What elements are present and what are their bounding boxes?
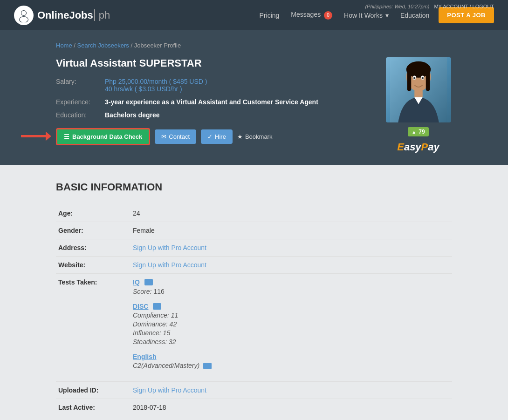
disc-dominance: Dominance: 42 xyxy=(133,320,450,328)
salary-php: Php 25,000.00/month ( $485 USD ) xyxy=(105,78,207,85)
salary-label: Salary: xyxy=(56,78,100,93)
disc-test-item: DISC Compliance: 11 Dominance: 42 Influe… xyxy=(133,303,450,345)
website-link[interactable]: Sign Up with Pro Account xyxy=(133,261,206,269)
english-test-name[interactable]: English xyxy=(133,353,450,360)
red-arrow xyxy=(19,129,51,144)
action-buttons: ☰ Background Data Check ✉ Contact ✓ Hire… xyxy=(56,128,366,145)
disc-influence: Influence: 15 xyxy=(133,329,450,337)
score-badge: ▲ 79 xyxy=(408,127,428,136)
profile-section: Home / Search Jobseekers / Jobseeker Pro… xyxy=(0,30,508,165)
uploaded-id-value: Sign Up with Pro Account xyxy=(130,382,452,399)
hire-icon: ✓ xyxy=(207,133,213,140)
svg-point-13 xyxy=(413,77,415,79)
hire-button[interactable]: ✓ Hire xyxy=(201,129,233,144)
breadcrumb-search[interactable]: Search Jobseekers xyxy=(77,42,129,49)
tests-row: Tests Taken: IQ Score: 116 DISC xyxy=(56,274,452,382)
nav-pricing[interactable]: Pricing xyxy=(260,12,280,19)
uploaded-id-row: Uploaded ID: Sign Up with Pro Account xyxy=(56,382,452,399)
uploaded-id-link[interactable]: Sign Up with Pro Account xyxy=(133,386,206,394)
address-link[interactable]: Sign Up with Pro Account xyxy=(133,244,206,251)
svg-rect-10 xyxy=(426,69,430,91)
logo-text: OnlineJobsph xyxy=(37,9,110,21)
nav-how-it-works[interactable]: How It Works ▾ xyxy=(344,12,389,19)
age-value: 24 xyxy=(130,205,452,222)
uploaded-id-label: Uploaded ID: xyxy=(56,382,130,399)
member-since-row: Member Since: 2015-04-10 xyxy=(56,416,452,420)
logo-icon xyxy=(14,6,34,25)
age-row: Age: 24 xyxy=(56,205,452,222)
iq-test-name[interactable]: IQ xyxy=(133,278,450,286)
english-image-icon[interactable] xyxy=(203,363,212,369)
background-check-icon: ☰ xyxy=(64,133,69,140)
score-area: ▲ 79 xyxy=(408,127,428,136)
gender-label: Gender: xyxy=(56,222,130,239)
website-row: Website: Sign Up with Pro Account xyxy=(56,257,452,274)
website-label: Website: xyxy=(56,257,130,274)
profile-content: Virtual Assistant SUPERSTAR Salary: Php … xyxy=(56,57,452,153)
gender-value: Female xyxy=(130,222,452,239)
header-nav-area: Pricing Messages 0 How It Works ▾ Educat… xyxy=(260,7,494,23)
gender-row: Gender: Female xyxy=(56,222,452,239)
tests-label: Tests Taken: xyxy=(56,274,130,382)
address-value: Sign Up with Pro Account xyxy=(130,239,452,257)
disc-steadiness: Steadiness: 32 xyxy=(133,338,450,345)
profile-right: ▲ 79 EasyPay xyxy=(384,57,452,153)
basic-info-title: BASIC INFORMATION xyxy=(56,181,452,193)
iq-score-line: Score: 116 xyxy=(133,288,450,295)
nav-messages[interactable]: Messages 0 xyxy=(291,11,332,20)
header-top-row: (Philippines: Wed, 10:27pm) MY ACCOUNT /… xyxy=(365,4,494,9)
svg-marker-5 xyxy=(46,131,51,141)
header-time: (Philippines: Wed, 10:27pm) xyxy=(365,4,429,9)
last-active-value: 2018-07-18 xyxy=(130,399,452,416)
profile-title: Virtual Assistant SUPERSTAR xyxy=(56,57,366,69)
salary-value: Php 25,000.00/month ( $485 USD ) 40 hrs/… xyxy=(105,78,207,93)
logo-area: OnlineJobsph xyxy=(14,6,110,25)
svg-point-2 xyxy=(21,11,26,15)
last-active-row: Last Active: 2018-07-18 xyxy=(56,399,452,416)
star-icon: ★ xyxy=(237,133,243,140)
breadcrumb-current: Jobseeker Profile xyxy=(134,42,181,49)
member-since-value: 2015-04-10 xyxy=(130,416,452,420)
messages-badge: 0 xyxy=(324,11,332,20)
iq-image-icon[interactable] xyxy=(144,279,153,285)
salary-field: Salary: Php 25,000.00/month ( $485 USD )… xyxy=(56,78,366,93)
disc-compliance: Compliance: 11 xyxy=(133,312,450,319)
experience-field: Experience: 3-year experience as a Virtu… xyxy=(56,98,366,106)
main-content: BASIC INFORMATION Age: 24 Gender: Female… xyxy=(0,165,508,420)
account-logout-link[interactable]: MY ACCOUNT / LOGOUT xyxy=(434,4,494,9)
svg-point-3 xyxy=(20,17,28,22)
education-label: Education: xyxy=(56,111,100,119)
nav-education[interactable]: Education xyxy=(400,12,429,19)
english-test-item: English C2(Advanced/Mastery) xyxy=(133,353,450,369)
address-label: Address: xyxy=(56,239,130,257)
member-since-label: Member Since: xyxy=(56,416,130,420)
salary-rate: 40 hrs/wk ( $3.03 USD/hr ) xyxy=(105,85,207,93)
education-value: Bachelors degree xyxy=(105,111,160,119)
iq-test-item: IQ Score: 116 xyxy=(133,278,450,295)
svg-point-14 xyxy=(421,77,423,79)
contact-icon: ✉ xyxy=(161,133,166,140)
easypay-label: EasyPay xyxy=(397,141,439,153)
disc-image-icon[interactable] xyxy=(153,303,161,310)
english-level: C2(Advanced/Mastery) xyxy=(133,362,450,369)
bookmark-button[interactable]: ★ Bookmark xyxy=(237,133,273,140)
breadcrumb-home[interactable]: Home xyxy=(56,42,72,49)
contact-button[interactable]: ✉ Contact xyxy=(155,129,196,144)
basic-info-table: Age: 24 Gender: Female Address: Sign Up … xyxy=(56,205,452,420)
profile-main: Virtual Assistant SUPERSTAR Salary: Php … xyxy=(56,57,366,153)
address-row: Address: Sign Up with Pro Account xyxy=(56,239,452,257)
breadcrumb: Home / Search Jobseekers / Jobseeker Pro… xyxy=(56,42,452,49)
score-value: 79 xyxy=(419,129,425,135)
svg-rect-9 xyxy=(407,69,411,91)
experience-value: 3-year experience as a Virtual Assistant… xyxy=(105,98,318,106)
background-check-button[interactable]: ☰ Background Data Check xyxy=(56,128,150,145)
last-active-label: Last Active: xyxy=(56,399,130,416)
post-job-button[interactable]: POST A JOB xyxy=(439,7,494,23)
age-label: Age: xyxy=(56,205,130,222)
main-nav: Pricing Messages 0 How It Works ▾ Educat… xyxy=(260,11,430,20)
profile-photo xyxy=(386,57,451,122)
tests-value: IQ Score: 116 DISC Compliance: xyxy=(130,274,452,382)
website-value: Sign Up with Pro Account xyxy=(130,257,452,274)
disc-test-name[interactable]: DISC xyxy=(133,303,450,310)
svg-rect-15 xyxy=(414,89,423,97)
